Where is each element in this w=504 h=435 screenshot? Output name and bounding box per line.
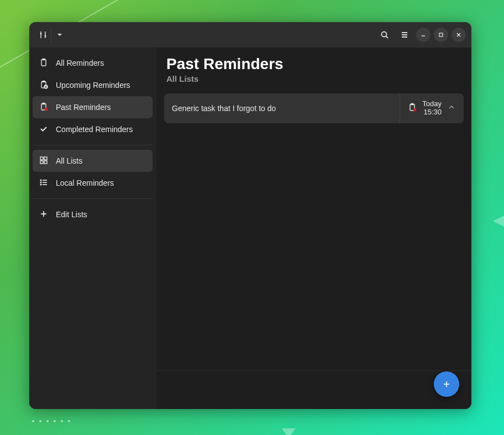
titlebar-left: [35, 27, 68, 43]
main-panel: Past Reminders All Lists Generic task th…: [156, 48, 471, 409]
svg-point-11: [40, 33, 41, 34]
sidebar-separator: [33, 198, 153, 199]
minimize-button[interactable]: [416, 28, 431, 42]
svg-rect-33: [40, 157, 43, 160]
svg-point-13: [382, 32, 387, 37]
sidebar-item-label: Past Reminders: [56, 103, 111, 112]
clipboard-clock-icon: [39, 80, 48, 91]
sidebar-item-label: All Reminders: [56, 59, 104, 67]
page-title: Past Reminders: [166, 55, 461, 73]
svg-point-5: [46, 420, 49, 422]
svg-marker-1: [493, 216, 504, 227]
list-icon: [39, 178, 48, 188]
svg-point-47: [413, 108, 417, 112]
reminder-text: Generic task that I forgot to do: [172, 104, 392, 113]
app-window: All Reminders Upcoming Reminders: [29, 22, 471, 409]
svg-point-8: [68, 420, 70, 422]
svg-marker-2: [282, 428, 296, 435]
grid-icon: [39, 156, 48, 166]
reminder-meta: Today 15:30: [400, 93, 456, 123]
clipboard-overdue-icon: [39, 102, 48, 113]
sidebar-item-label: Completed Reminders: [56, 125, 133, 134]
sidebar-item-all-lists[interactable]: All Lists: [33, 150, 153, 172]
sidebar-item-past-reminders[interactable]: Past Reminders: [33, 96, 153, 118]
sidebar: All Reminders Upcoming Reminders: [29, 48, 156, 409]
reminder-row[interactable]: Generic task that I forgot to do Today 1…: [164, 93, 464, 123]
svg-point-12: [44, 35, 46, 36]
svg-point-39: [40, 182, 41, 183]
sidebar-item-upcoming-reminders[interactable]: Upcoming Reminders: [33, 74, 153, 96]
sidebar-item-all-reminders[interactable]: All Reminders: [33, 52, 153, 74]
svg-rect-34: [44, 157, 47, 160]
titlebar-right: [376, 27, 466, 43]
svg-rect-35: [40, 161, 43, 164]
svg-line-14: [386, 36, 389, 39]
sidebar-item-label: Edit Lists: [56, 210, 87, 219]
settings-sliders-button[interactable]: [35, 27, 51, 43]
hamburger-menu-button[interactable]: [396, 27, 413, 43]
sidebar-separator: [33, 145, 153, 145]
add-reminder-fab[interactable]: [434, 371, 459, 397]
view-dropdown-button[interactable]: [51, 27, 68, 43]
svg-point-4: [39, 420, 41, 422]
reminder-date: Today 15:30: [422, 100, 442, 117]
svg-rect-31: [43, 103, 45, 104]
svg-rect-25: [43, 81, 45, 82]
sidebar-item-local-reminders[interactable]: Local Reminders: [33, 172, 153, 194]
svg-rect-46: [411, 104, 413, 105]
clipboard-icon: [39, 58, 48, 69]
reminder-list: Generic task that I forgot to do Today 1…: [156, 93, 471, 370]
svg-point-37: [40, 180, 41, 181]
svg-point-32: [45, 107, 48, 111]
svg-rect-22: [41, 59, 46, 66]
main-header: Past Reminders All Lists: [156, 48, 471, 93]
search-button[interactable]: [376, 27, 393, 43]
sidebar-item-edit-lists[interactable]: Edit Lists: [33, 203, 153, 226]
maximize-button[interactable]: [434, 28, 448, 42]
sidebar-item-label: Local Reminders: [56, 179, 114, 187]
sidebar-item-label: All Lists: [56, 156, 82, 165]
svg-point-3: [32, 420, 34, 422]
svg-point-6: [54, 420, 56, 422]
reminder-date-day: Today: [422, 100, 442, 108]
svg-point-41: [40, 184, 41, 185]
check-icon: [39, 124, 48, 135]
bottom-bar: [156, 370, 471, 409]
reminder-date-time: 15:30: [423, 108, 442, 117]
svg-rect-19: [439, 33, 443, 36]
sidebar-item-completed-reminders[interactable]: Completed Reminders: [33, 118, 153, 140]
titlebar: [29, 22, 471, 48]
close-button[interactable]: [452, 28, 466, 42]
svg-point-7: [61, 420, 63, 422]
sidebar-item-label: Upcoming Reminders: [56, 81, 130, 90]
clipboard-overdue-icon: [408, 103, 417, 114]
page-subtitle: All Lists: [166, 74, 461, 83]
plus-icon: [39, 209, 48, 220]
svg-rect-36: [44, 161, 47, 164]
svg-rect-23: [43, 59, 45, 60]
chevron-up-icon[interactable]: [447, 103, 456, 114]
